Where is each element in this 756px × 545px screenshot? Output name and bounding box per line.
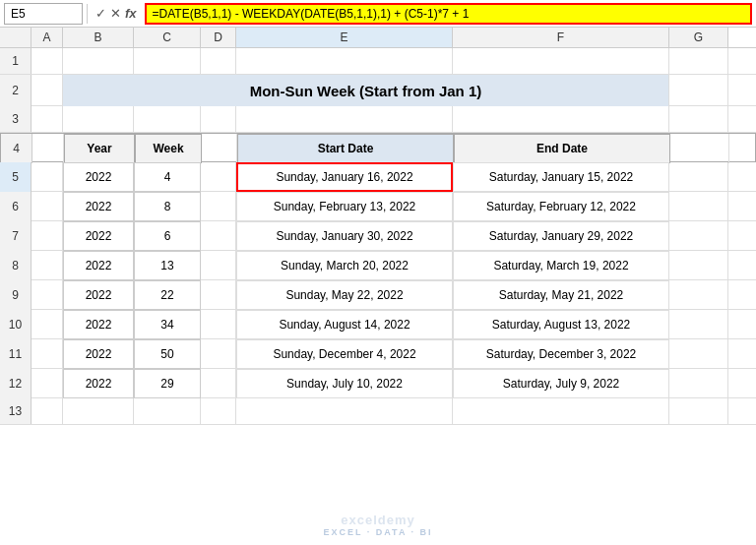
col-header-d[interactable]: D — [201, 28, 236, 47]
cell-week-8[interactable]: 13 — [134, 251, 201, 280]
col-header-c[interactable]: C — [134, 28, 201, 47]
cell-a7[interactable] — [32, 221, 63, 251]
cell-g10[interactable] — [669, 310, 728, 339]
cell-g9[interactable] — [669, 280, 728, 310]
cell-week-11[interactable]: 50 — [134, 339, 201, 369]
formula-input[interactable]: =DATE(B5,1,1) - WEEKDAY(DATE(B5,1,1),1) … — [145, 3, 752, 25]
start-date-header-text: Start Date — [318, 142, 374, 155]
cell-g6[interactable] — [669, 192, 728, 221]
col-header-f[interactable]: F — [453, 28, 669, 47]
col-header-b[interactable]: B — [63, 28, 134, 47]
cell-d11[interactable] — [201, 339, 236, 369]
grid-row-11: 11 2022 50 Sunday, December 4, 2022 Satu… — [0, 339, 756, 369]
cell-start-date-12[interactable]: Sunday, July 10, 2022 — [236, 369, 453, 398]
cell-f13[interactable] — [453, 398, 669, 424]
col-header-e[interactable]: E — [236, 28, 453, 47]
cell-d1[interactable] — [201, 48, 236, 74]
cell-reference-box[interactable]: E5 — [4, 3, 83, 25]
cell-a3[interactable] — [32, 106, 63, 132]
cell-d12[interactable] — [201, 369, 236, 398]
cell-g8[interactable] — [669, 251, 728, 280]
cell-a5[interactable] — [32, 162, 63, 192]
cell-year-9[interactable]: 2022 — [63, 280, 134, 310]
cell-g4[interactable] — [670, 134, 729, 163]
cell-year-10[interactable]: 2022 — [63, 310, 134, 339]
cell-a6[interactable] — [32, 192, 63, 221]
cell-a12[interactable] — [32, 369, 63, 398]
year-header-text: Year — [87, 142, 111, 155]
cell-g3[interactable] — [669, 106, 728, 132]
cell-d13[interactable] — [201, 398, 236, 424]
cell-week-7[interactable]: 6 — [134, 221, 201, 251]
cell-week-9[interactable]: 22 — [134, 280, 201, 310]
cell-b3[interactable] — [63, 106, 134, 132]
cell-g1[interactable] — [669, 48, 728, 74]
cell-end-date-8[interactable]: Saturday, March 19, 2022 — [453, 251, 669, 280]
cell-year-6[interactable]: 2022 — [63, 192, 134, 221]
cell-a2[interactable] — [32, 75, 63, 106]
row-num-1: 1 — [0, 48, 32, 74]
cell-end-date-11[interactable]: Saturday, December 3, 2022 — [453, 339, 669, 369]
cell-a13[interactable] — [32, 398, 63, 424]
col-header-g[interactable]: G — [669, 28, 728, 47]
checkmark-icon[interactable]: ✓ — [95, 6, 106, 21]
cell-d9[interactable] — [201, 280, 236, 310]
cell-d8[interactable] — [201, 251, 236, 280]
cell-d7[interactable] — [201, 221, 236, 251]
cell-start-date-9[interactable]: Sunday, May 22, 2022 — [236, 280, 453, 310]
cell-start-date-6[interactable]: Sunday, February 13, 2022 — [236, 192, 453, 221]
cell-year-11[interactable]: 2022 — [63, 339, 134, 369]
cell-a1[interactable] — [32, 48, 63, 74]
cell-e3[interactable] — [236, 106, 453, 132]
cell-year-7[interactable]: 2022 — [63, 221, 134, 251]
cell-f3[interactable] — [453, 106, 669, 132]
cross-icon[interactable]: ✕ — [110, 6, 121, 21]
cell-start-date-7[interactable]: Sunday, January 30, 2022 — [236, 221, 453, 251]
cell-g5[interactable] — [669, 162, 728, 192]
cell-b13[interactable] — [63, 398, 134, 424]
cell-end-date-9[interactable]: Saturday, May 21, 2022 — [453, 280, 669, 310]
cell-end-date-7[interactable]: Saturday, January 29, 2022 — [453, 221, 669, 251]
cell-week-5[interactable]: 4 — [134, 162, 201, 192]
data-rows: 5 2022 4 Sunday, January 16, 2022 Saturd… — [0, 162, 756, 425]
cell-start-date-11[interactable]: Sunday, December 4, 2022 — [236, 339, 453, 369]
cell-end-date-6[interactable]: Saturday, February 12, 2022 — [453, 192, 669, 221]
cell-year-8[interactable]: 2022 — [63, 251, 134, 280]
cell-d3[interactable] — [201, 106, 236, 132]
cell-a10[interactable] — [32, 310, 63, 339]
cell-end-date-5[interactable]: Saturday, January 15, 2022 — [453, 162, 669, 192]
cell-week-10[interactable]: 34 — [134, 310, 201, 339]
cell-start-date-10[interactable]: Sunday, August 14, 2022 — [236, 310, 453, 339]
cell-a8[interactable] — [32, 251, 63, 280]
cell-d5[interactable] — [201, 162, 236, 192]
cell-c13[interactable] — [134, 398, 201, 424]
col-header-a[interactable]: A — [32, 28, 63, 47]
cell-b1[interactable] — [63, 48, 134, 74]
cell-d10[interactable] — [201, 310, 236, 339]
row-num-2: 2 — [0, 75, 32, 106]
cell-g13[interactable] — [669, 398, 728, 424]
cell-end-date-10[interactable]: Saturday, August 13, 2022 — [453, 310, 669, 339]
cell-e13[interactable] — [236, 398, 453, 424]
cell-c3[interactable] — [134, 106, 201, 132]
cell-d4[interactable] — [202, 134, 237, 163]
cell-f1[interactable] — [453, 48, 669, 74]
formula-bar-divider — [87, 4, 88, 24]
cell-g12[interactable] — [669, 369, 728, 398]
cell-year-12[interactable]: 2022 — [63, 369, 134, 398]
cell-a4[interactable] — [32, 134, 64, 163]
cell-year-5[interactable]: 2022 — [63, 162, 134, 192]
cell-g11[interactable] — [669, 339, 728, 369]
cell-d6[interactable] — [201, 192, 236, 221]
cell-c1[interactable] — [134, 48, 201, 74]
cell-e1[interactable] — [236, 48, 453, 74]
cell-week-12[interactable]: 29 — [134, 369, 201, 398]
cell-week-6[interactable]: 8 — [134, 192, 201, 221]
cell-end-date-12[interactable]: Saturday, July 9, 2022 — [453, 369, 669, 398]
cell-g2[interactable] — [669, 75, 728, 106]
cell-start-date-5[interactable]: Sunday, January 16, 2022 — [236, 162, 453, 192]
cell-g7[interactable] — [669, 221, 728, 251]
cell-start-date-8[interactable]: Sunday, March 20, 2022 — [236, 251, 453, 280]
cell-a9[interactable] — [32, 280, 63, 310]
cell-a11[interactable] — [32, 339, 63, 369]
